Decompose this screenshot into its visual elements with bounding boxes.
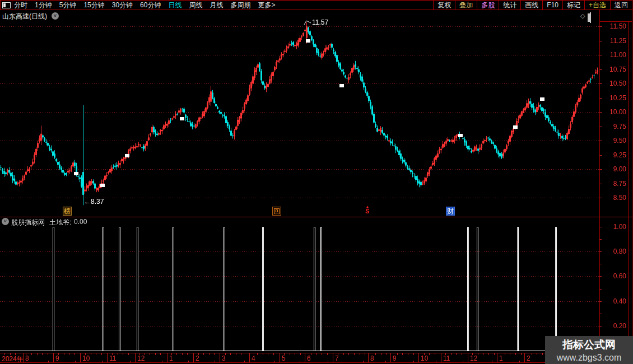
date-minor-tick	[451, 353, 452, 355]
chevron-down-icon[interactable]: ˅	[52, 12, 59, 20]
date-bottom-tick	[244, 361, 245, 362]
period-tab-多周期[interactable]: 多周期	[230, 1, 250, 10]
price-axis-label: 10.25	[602, 94, 626, 102]
month-label: 8	[370, 354, 374, 362]
action-button-多股[interactable]: 多股	[477, 1, 499, 10]
action-button-标记[interactable]: 标记	[562, 1, 584, 10]
marker-财: 财	[446, 207, 455, 216]
action-button-+自选[interactable]: +自选	[584, 1, 610, 10]
date-minor-tick	[510, 353, 510, 355]
highest-price-label: 11.57	[312, 18, 328, 26]
date-minor-tick	[198, 353, 199, 355]
month-separator	[107, 353, 108, 362]
date-minor-tick	[408, 353, 408, 355]
indicator-axis-label: 0.60	[602, 272, 626, 280]
date-minor-tick	[532, 353, 532, 355]
date-minor-tick	[176, 353, 177, 355]
period-tab-更多>[interactable]: 更多>	[258, 1, 275, 10]
indicator-chart-canvas[interactable]	[0, 217, 599, 353]
axis-right-border	[628, 21, 629, 353]
date-minor-tick	[268, 353, 268, 355]
date-bottom-tick	[436, 361, 436, 362]
price-axis-label: 11.50	[602, 22, 626, 30]
date-minor-tick	[542, 353, 543, 355]
date-minor-tick	[112, 353, 113, 355]
date-minor-tick	[365, 353, 365, 355]
price-axis-tick	[599, 169, 602, 170]
indicator-axis-tick	[599, 251, 602, 252]
period-tab-分时[interactable]: 分时	[14, 1, 27, 10]
price-axis-tick	[599, 98, 602, 99]
date-minor-tick	[26, 353, 26, 355]
month-label: 2	[196, 354, 199, 362]
date-minor-tick	[139, 353, 139, 355]
period-tab-日线[interactable]: 日线	[168, 1, 181, 10]
date-minor-tick	[225, 353, 226, 355]
month-label: 12	[137, 354, 145, 362]
date-minor-tick	[445, 353, 446, 355]
action-button-画线[interactable]: 画线	[520, 1, 542, 10]
period-tabs: 分时1分钟5分钟15分钟30分钟60分钟日线周线月线多周期更多>	[14, 1, 275, 10]
price-axis-label: 9.25	[602, 151, 626, 159]
period-tab-60分钟[interactable]: 60分钟	[140, 1, 161, 10]
date-bottom-tick	[188, 361, 189, 362]
action-button-F10[interactable]: F10	[542, 1, 562, 10]
period-tab-1分钟[interactable]: 1分钟	[35, 1, 52, 10]
white-mark	[100, 184, 105, 187]
period-tab-周线[interactable]: 周线	[189, 1, 202, 10]
indicator-axis-tick	[599, 314, 602, 314]
date-minor-tick	[338, 353, 338, 355]
month-label: 6	[307, 354, 311, 362]
date-minor-tick	[101, 353, 102, 355]
period-tab-30分钟[interactable]: 30分钟	[112, 1, 133, 10]
date-minor-tick	[354, 353, 355, 355]
month-label: 4	[252, 354, 255, 362]
date-minor-tick	[241, 353, 241, 355]
date-minor-tick	[494, 353, 495, 355]
price-axis-label: 9.50	[602, 137, 626, 144]
layout-toggle-button[interactable]	[1, 1, 12, 10]
price-axis-label: 8.50	[602, 194, 626, 202]
date-minor-tick	[171, 353, 172, 355]
white-mark	[458, 134, 463, 137]
price-axis-tick	[599, 112, 602, 113]
date-minor-tick	[150, 353, 150, 355]
date-minor-tick	[483, 353, 483, 355]
date-minor-tick	[187, 353, 188, 355]
date-minor-tick	[160, 353, 161, 355]
period-tab-5分钟[interactable]: 5分钟	[59, 1, 77, 10]
diamond-icon[interactable]: ◇	[580, 12, 585, 20]
date-bottom-tick	[162, 361, 162, 362]
action-button-复权[interactable]: 复权	[433, 1, 455, 10]
price-axis-tick	[599, 184, 602, 184]
month-separator	[23, 353, 24, 362]
price-axis-label: 10.50	[602, 80, 626, 87]
month-label: 3	[222, 354, 226, 362]
date-minor-tick	[478, 353, 478, 355]
action-button-统计[interactable]: 统计	[499, 1, 520, 10]
date-minor-tick	[515, 353, 516, 355]
date-minor-tick	[42, 353, 43, 355]
month-label: 10	[421, 354, 428, 362]
period-tab-15分钟[interactable]: 15分钟	[83, 1, 104, 10]
white-mark	[339, 84, 344, 87]
date-bottom-tick	[492, 361, 492, 362]
action-button-返回[interactable]: 返回	[610, 1, 632, 10]
month-label: 9	[393, 354, 397, 362]
price-axis-label: 11.00	[602, 51, 626, 59]
date-minor-tick	[145, 353, 145, 355]
candlestick-chart-canvas[interactable]	[0, 21, 599, 217]
date-minor-tick	[300, 353, 301, 355]
action-button-叠加[interactable]: 叠加	[455, 1, 477, 10]
date-bottom-tick	[413, 361, 414, 362]
marker-榜: 榜	[63, 207, 72, 216]
date-bottom-tick	[75, 361, 76, 362]
date-minor-tick	[15, 353, 16, 355]
date-minor-tick	[48, 353, 48, 355]
month-separator	[53, 353, 54, 362]
white-mark	[540, 97, 544, 101]
month-label: 11	[443, 354, 450, 362]
period-tab-月线[interactable]: 月线	[210, 1, 223, 10]
date-bottom-tick	[463, 361, 463, 362]
date-minor-tick	[316, 353, 317, 355]
